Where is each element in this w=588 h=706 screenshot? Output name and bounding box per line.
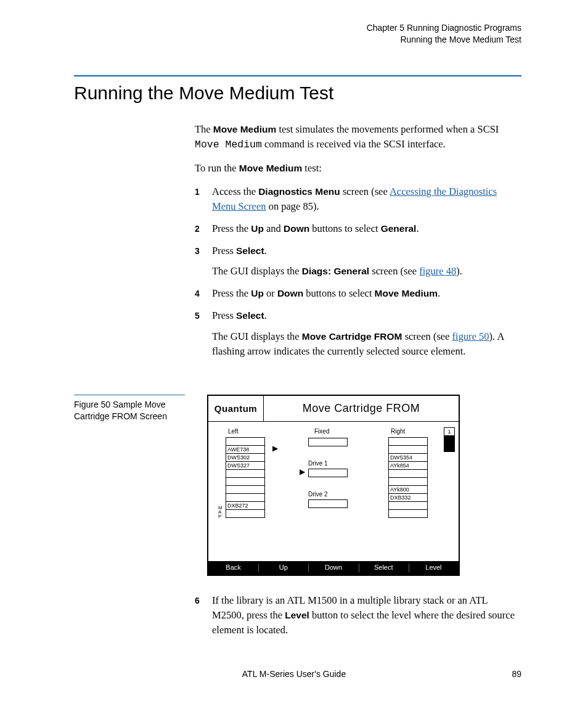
arrow-icon: ▶ [300, 467, 305, 476]
label-drive1: Drive 1 [308, 460, 328, 467]
level-indicator: 1 [444, 428, 455, 452]
step-3: 3 Press Select. The GUI displays the Dia… [195, 244, 521, 279]
slot-cell [388, 445, 428, 454]
fixed-box [308, 438, 348, 446]
body-content: The Move Medium test simulates the movem… [195, 122, 521, 366]
slot-cell: DWS327 [226, 461, 265, 470]
slot-cell [226, 485, 265, 494]
slot-cell [226, 493, 265, 502]
slot-cell [226, 509, 265, 518]
slot-cell: DXB272 [226, 501, 265, 510]
intro-p2: To run the Move Medium test: [195, 161, 521, 176]
drive2-box [308, 499, 348, 508]
step-5: 5 Press Select. The GUI displays the Mov… [195, 308, 521, 359]
header-chapter: Chapter 5 Running Diagnostic Programs [367, 22, 521, 34]
drive1-box [308, 469, 348, 477]
right-slots: DWS354AYk854AYk800DXB332 [388, 438, 428, 518]
step-6: 6 If the library is an ATL M1500 in a mu… [195, 593, 521, 638]
step-6-container: 6 If the library is an ATL M1500 in a mu… [195, 593, 521, 645]
slot-cell: AWE738 [226, 445, 265, 454]
footer-title: ATL M-Series User's Guide [0, 669, 588, 679]
step-1: 1 Access the Diagnostics Menu screen (se… [195, 184, 521, 214]
slot-cell: DWS354 [388, 453, 428, 462]
figure-header: Quantum Move Cartridge FROM [208, 396, 459, 422]
label-map: M A P [218, 506, 223, 519]
slot-cell [226, 469, 265, 478]
back-button[interactable]: Back [208, 561, 258, 575]
slot-cell: DWS302 [226, 453, 265, 462]
figure-caption: Figure 50 Sample Move Cartridge FROM Scr… [74, 395, 185, 422]
slot-cell: AYk854 [388, 461, 428, 470]
page-title: Running the Move Medium Test [74, 83, 333, 104]
slot-cell [388, 477, 428, 486]
slot-cell [226, 437, 265, 446]
arrow-icon: ▶ [272, 444, 278, 453]
down-button[interactable]: Down [308, 561, 358, 575]
step-2: 2 Press the Up and Down buttons to selec… [195, 221, 521, 236]
header-section: Running the Move Medium Test [367, 34, 521, 46]
label-left: Left [228, 428, 239, 435]
left-slots: AWE738DWS302DWS327DXB272 [226, 438, 265, 518]
step-4: 4 Press the Up or Down buttons to select… [195, 286, 521, 301]
slot-cell [226, 477, 265, 486]
label-drive2: Drive 2 [308, 491, 328, 498]
indicator-selected: 1 [444, 427, 455, 436]
figure-title: Move Cartridge FROM [264, 402, 459, 415]
link-figure-50[interactable]: figure 50 [452, 330, 489, 342]
figure-50: Quantum Move Cartridge FROM Left Fixed R… [207, 395, 460, 576]
footer-page-number: 89 [512, 669, 521, 679]
label-fixed: Fixed [314, 428, 329, 435]
slot-cell [388, 437, 428, 446]
figure-body: Left Fixed Right AWE738DWS302DWS327DXB27… [208, 422, 459, 561]
link-figure-48[interactable]: figure 48 [419, 265, 456, 277]
select-button[interactable]: Select [359, 561, 409, 575]
title-rule [74, 75, 521, 76]
steps-list: 1 Access the Diagnostics Menu screen (se… [195, 184, 521, 359]
figure-brand: Quantum [208, 396, 264, 421]
indicator-slot [444, 435, 455, 444]
figure-footer: BackUpDownSelectLevel [208, 561, 459, 575]
up-button[interactable]: Up [258, 561, 308, 575]
slot-cell [388, 501, 428, 510]
label-right: Right [391, 428, 405, 435]
indicator-slot [444, 443, 455, 452]
slot-cell: DXB332 [388, 493, 428, 502]
level-button[interactable]: Level [409, 561, 459, 575]
slot-cell [388, 509, 428, 518]
slot-cell [388, 469, 428, 478]
page-header: Chapter 5 Running Diagnostic Programs Ru… [367, 22, 521, 46]
slot-cell: AYk800 [388, 485, 428, 494]
intro-p1: The Move Medium test simulates the movem… [195, 122, 521, 152]
